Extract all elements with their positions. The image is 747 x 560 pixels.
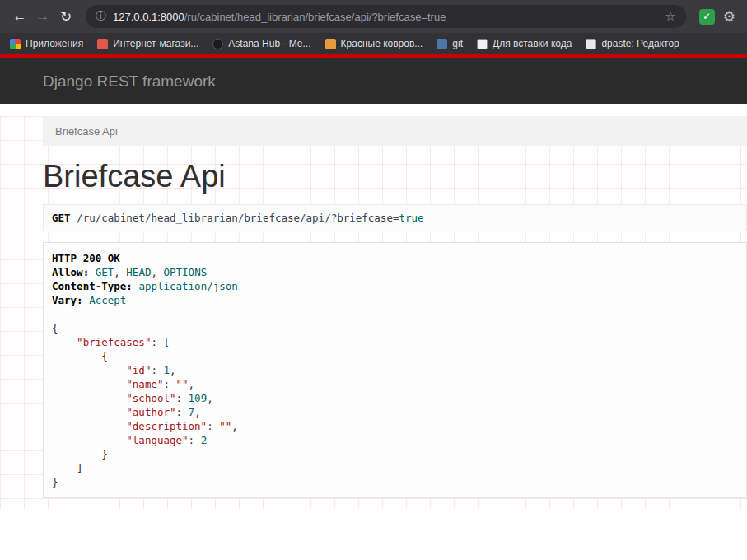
- code-line: "id": 1,: [52, 363, 738, 377]
- paste-favicon-icon: [586, 39, 596, 49]
- bookmark-label: Красные ковров...: [341, 38, 423, 49]
- reload-icon[interactable]: ↻: [54, 5, 77, 28]
- forward-icon[interactable]: →: [31, 5, 54, 28]
- hub-favicon-icon: [212, 39, 223, 49]
- shop-favicon-icon: [97, 39, 108, 49]
- drf-brand[interactable]: Django REST framework: [43, 72, 216, 91]
- code-line: "school": 109,: [52, 391, 738, 405]
- page-content: Briefcase Api Briefcase Api GET /ru/cabi…: [0, 116, 747, 509]
- page-title: Briefcase Api: [43, 159, 747, 194]
- code-line: ]: [52, 461, 738, 475]
- apps-favicon-icon: [10, 39, 21, 49]
- bookmark-item[interactable]: Интернет-магази...: [97, 38, 198, 49]
- drf-navbar: Django REST framework: [0, 58, 747, 104]
- breadcrumb-link[interactable]: Briefcase Api: [55, 125, 118, 138]
- url-text: 127.0.0.1:8000/ru/cabinet/head_librarian…: [113, 11, 446, 23]
- url-path: /ru/cabinet/head_librarian/briefcase/api…: [184, 11, 446, 23]
- bookmark-item[interactable]: Приложения: [10, 38, 83, 49]
- response-body: HTTP 200 OKAllow: GET, HEAD, OPTIONSCont…: [43, 242, 747, 498]
- code-line: "description": "",: [52, 419, 738, 433]
- bookmark-item[interactable]: Для вставки кода: [477, 38, 572, 49]
- bookmark-item[interactable]: Красные ковров...: [325, 38, 423, 49]
- address-bar[interactable]: ⓘ 127.0.0.1:8000/ru/cabinet/head_librari…: [86, 5, 686, 28]
- bookmark-label: Приложения: [26, 38, 83, 49]
- carpet-favicon-icon: [325, 39, 336, 49]
- code-line: HTTP 200 OK: [52, 251, 738, 265]
- browser-toolbar: ← → ↻ ⓘ 127.0.0.1:8000/ru/cabinet/head_l…: [0, 0, 747, 33]
- back-icon[interactable]: ←: [8, 5, 31, 28]
- url-host: 127.0.0.1:8000: [113, 11, 184, 23]
- code-line: }: [52, 447, 738, 461]
- code-line: Content-Type: application/json: [52, 279, 738, 293]
- code-line: "name": "",: [52, 377, 738, 391]
- settings-gear-icon[interactable]: ⚙: [723, 8, 735, 26]
- code-line: "briefcases": [: [52, 335, 738, 349]
- bookmark-item[interactable]: git: [437, 38, 463, 49]
- bookmark-star-icon[interactable]: ☆: [665, 9, 675, 24]
- extension-green-icon[interactable]: ✓: [699, 9, 715, 25]
- bookmark-label: Astana Hub - Ме...: [228, 38, 310, 49]
- code-favicon-icon: [477, 39, 488, 49]
- bookmark-label: Для вставки кода: [493, 38, 572, 49]
- code-line: [52, 307, 738, 321]
- bookmark-label: git: [452, 38, 463, 49]
- vk-favicon-icon: [437, 39, 447, 49]
- page-info-icon[interactable]: ⓘ: [96, 9, 106, 24]
- bookmark-label: Интернет-магази...: [113, 38, 198, 49]
- bookmark-item[interactable]: dpaste: Редактор: [586, 38, 679, 49]
- code-line: Allow: GET, HEAD, OPTIONS: [52, 265, 738, 279]
- bookmark-item[interactable]: Astana Hub - Ме...: [212, 38, 310, 49]
- bookmarks-bar: ПриложенияИнтернет-магази...Astana Hub -…: [0, 33, 747, 54]
- code-line: GET /ru/cabinet/head_librarian/briefcase…: [52, 211, 738, 225]
- breadcrumb: Briefcase Api: [43, 116, 747, 146]
- code-line: }: [52, 475, 738, 489]
- code-line: Vary: Accept: [52, 293, 738, 307]
- request-line: GET /ru/cabinet/head_librarian/briefcase…: [43, 204, 747, 231]
- code-line: "language": 2: [52, 433, 738, 447]
- bookmark-label: dpaste: Редактор: [601, 38, 679, 49]
- code-line: "author": 7,: [52, 405, 738, 419]
- code-line: {: [52, 321, 738, 335]
- code-line: {: [52, 349, 738, 363]
